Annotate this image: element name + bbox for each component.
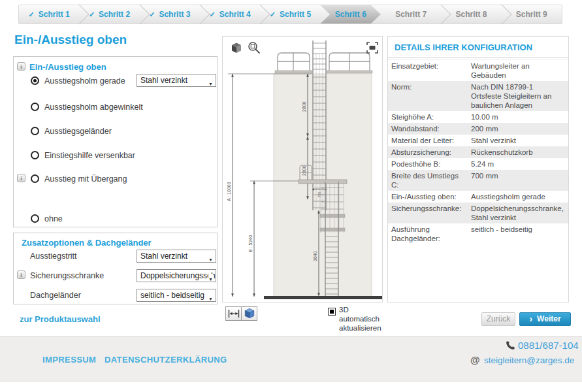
auto-update-3d-checkbox[interactable] [328,308,336,316]
table-row: Absturzsicherung:Rückenschutzkorb [388,146,568,158]
step-label: Schritt 7 [395,10,427,19]
step-label: Schritt 1 [39,10,70,19]
check-icon: ✓ [210,10,216,19]
option-row: Ausstiegsholm abgewinkelt [14,102,217,114]
radio-einstiegshilfe-versenkbar[interactable] [31,151,39,159]
option-row: Ausstiegsholm gerade Stahl verzinkt ▼ [14,76,217,88]
check-icon: ✓ [270,10,276,19]
table-row: Sicherungsschranke:Doppelsicherungsschra… [388,203,568,223]
details-header: DETAILS IHRER KONFIGURATION [388,37,568,57]
svg-text:B : 5240: B : 5240 [248,235,253,252]
back-label: Zurück [487,314,511,323]
svg-text:2800: 2800 [302,165,306,176]
step-8[interactable]: Schritt 8 [441,5,501,24]
table-row: Steighöhe A:10.00 m [388,111,568,123]
step-3[interactable]: ✓Schritt 3 [140,5,200,24]
info-icon[interactable]: i [17,62,25,71]
exit-options-panel: i Ein-/Ausstieg oben Ausstiegsholm gerad… [13,56,218,227]
impressum-link[interactable]: IMPRESSUM [42,355,96,365]
material-select[interactable]: Stahl verzinkt ▼ [137,74,216,87]
measure-icon [228,309,240,318]
select-value: Doppelsicherungsschranke [140,271,216,280]
option-label[interactable]: Ausstiegsholm abgewinkelt [44,103,143,112]
next-button[interactable]: ›Weiter [519,312,571,326]
check-icon: ✓ [149,10,155,19]
step-6-active[interactable]: Schritt 6 [321,5,381,24]
step-label: Schritt 4 [219,10,251,19]
phone-icon [506,340,515,350]
radio-ohne[interactable] [31,214,39,223]
svg-text:2800: 2800 [302,101,306,112]
select-value: Stahl verzinkt [140,252,187,261]
check-icon: ✓ [29,10,35,19]
option-row: Ausstiegsgeländer [14,126,217,138]
at-icon: @ [470,354,480,365]
fullscreen-icon[interactable] [366,42,378,54]
row-label: Ausstiegstritt [30,252,77,261]
info-icon[interactable]: i [17,270,25,279]
zoom-icon[interactable] [248,41,261,55]
option-label[interactable]: Ausstiegsholm gerade [44,76,125,86]
step-1[interactable]: ✓Schritt 1 [19,5,79,24]
check-icon: ✓ [89,10,95,19]
chevron-down-icon: ▼ [208,254,213,263]
measure-toggle-button[interactable] [225,306,242,321]
cube-3d-blue-icon [244,308,255,319]
additional-options-panel: Zusatzoptionen & Dachgeländer Ausstiegst… [13,233,218,304]
option-row: ohne [14,214,217,225]
product-selection-link[interactable]: zur Produktauswahl [20,314,101,324]
auto-update-3d-label[interactable]: 3D automatisch aktualisieren [339,305,389,333]
radio-ausstieg-mit-uebergang[interactable] [31,174,39,183]
step-5[interactable]: ✓Schritt 5 [260,5,320,24]
cube-3d-icon[interactable] [230,42,243,55]
table-row: Norm:Nach DIN 18799-1 Ortsfeste Steiglei… [388,81,568,111]
select-value: seitlich - beidseitig [140,291,204,300]
page-title: Ein-/Ausstieg oben [14,33,127,47]
step-4[interactable]: ✓Schritt 4 [200,5,260,24]
row-label: Sicherungsschranke [30,271,104,280]
ausstiegstritt-select[interactable]: Stahl verzinkt ▼ [137,250,216,263]
row-label: Dachgeländer [30,291,81,300]
table-row: Einsatzgebiet:Wartungsleiter an Gebäuden [388,60,568,82]
select-value: Stahl verzinkt [140,76,187,85]
step-label: Schritt 3 [159,10,190,19]
radio-ausstiegsholm-gerade[interactable] [31,76,39,85]
footer: IMPRESSUM DATENSCHUTZERKLÄRUNG 0881/687-… [0,336,582,382]
configuration-details-panel: DETAILS IHRER KONFIGURATION Einsatzgebie… [387,36,569,302]
radio-ausstiegsholm-abgewinkelt[interactable] [31,103,39,111]
option-label[interactable]: Ausstiegsgeländer [44,127,112,136]
chevron-down-icon: ▼ [208,78,213,87]
datenschutz-link[interactable]: DATENSCHUTZERKLÄRUNG [105,355,227,365]
info-icon[interactable]: i [17,174,25,182]
group-header: Ein-/Ausstieg oben [29,62,106,72]
view-3d-button[interactable] [241,306,257,321]
table-row: Ein-/Ausstieg oben:Ausstiegsholm gerade [388,191,568,203]
option-row: Einstiegshilfe versenkbar [14,150,217,162]
step-9[interactable]: Schritt 9 [502,5,562,24]
back-button[interactable]: Zurück [481,312,515,326]
option-label[interactable]: Einstiegshilfe versenkbar [44,151,135,160]
phone-number-link[interactable]: 0881/687-104 [518,340,579,351]
email-link[interactable]: steigleitern@zarges.de [484,355,574,365]
dachgelaender-select[interactable]: seitlich - beidseitig ▼ [137,289,216,302]
radio-ausstiegsgelaender[interactable] [31,127,39,135]
sicherungsschranke-select[interactable]: Doppelsicherungsschranke ▼ [137,269,216,282]
option-label[interactable]: ohne [44,214,63,223]
chevron-down-icon: ▼ [208,293,213,302]
step-7[interactable]: Schritt 7 [381,5,441,24]
step-label: Schritt 8 [455,10,487,19]
drawing-viewer: A : 10000 B : 5240 2800 2800 [222,36,383,302]
option-row: i Ausstieg mit Übergang [14,174,217,186]
step-label: Schritt 2 [99,10,130,19]
details-table: Einsatzgebiet:Wartungsleiter an Gebäuden… [388,59,568,244]
svg-text:A : 10000: A : 10000 [227,182,231,201]
step-2[interactable]: ✓Schritt 2 [79,5,139,24]
step-wizard: ✓Schritt 1 ✓Schritt 2 ✓Schritt 3 ✓Schrit… [18,5,562,24]
group-header: Zusatzoptionen & Dachgeländer [22,238,152,248]
step-label: Schritt 9 [516,10,547,19]
table-row: Ausführung Dachgeländer:seitlich - beids… [388,223,568,244]
step-label: Schritt 6 [335,10,366,19]
svg-text:3640: 3640 [313,251,317,261]
table-row: Wandabstand:200 mm [388,123,568,135]
option-label[interactable]: Ausstieg mit Übergang [44,174,127,184]
